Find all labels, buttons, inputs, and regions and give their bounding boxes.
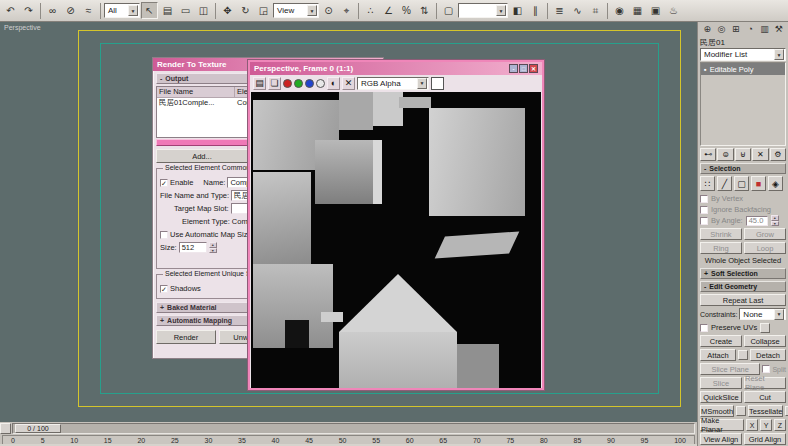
redo-icon[interactable]: ↷ xyxy=(20,2,37,19)
polygon-subobject-icon[interactable]: ■ xyxy=(751,176,766,191)
reset-plane-button[interactable]: Reset Plane xyxy=(744,377,786,389)
grow-button[interactable]: Grow xyxy=(744,228,786,240)
select-and-link-icon[interactable]: ∞ xyxy=(44,2,61,19)
cut-button[interactable]: Cut xyxy=(744,391,786,403)
dropdown-arrow-icon[interactable]: ▼ xyxy=(128,5,138,16)
constraints-dropdown[interactable]: None ▼ xyxy=(739,308,786,320)
dropdown-arrow-icon[interactable]: ▼ xyxy=(307,5,317,16)
align-icon[interactable]: ∥ xyxy=(527,2,544,19)
time-slider-handle[interactable]: 0 / 100 xyxy=(15,424,61,433)
add-element-button[interactable]: Add... xyxy=(156,149,248,163)
angle-spinner[interactable]: ▴▾ xyxy=(771,215,779,226)
ring-button[interactable]: Ring xyxy=(700,242,742,254)
auto-map-size-checkbox[interactable] xyxy=(160,231,168,239)
show-end-result-icon[interactable]: ⊜ xyxy=(717,148,733,161)
use-pivot-center-icon[interactable]: ⊙ xyxy=(320,2,337,19)
percent-snap-icon[interactable]: % xyxy=(398,2,415,19)
close-button[interactable]: ✕ xyxy=(529,64,538,73)
element-subobject-icon[interactable]: ◈ xyxy=(768,176,783,191)
spinner-snap-icon[interactable]: ⇅ xyxy=(416,2,433,19)
create-button[interactable]: Create xyxy=(700,335,742,347)
size-spinner[interactable]: ▴▾ xyxy=(209,242,217,253)
minimize-button[interactable]: - xyxy=(509,64,518,73)
quick-render-icon[interactable]: ♨ xyxy=(665,2,682,19)
msmooth-settings-button[interactable] xyxy=(736,406,746,416)
preserve-uvs-settings-button[interactable] xyxy=(760,323,770,333)
column-file-name[interactable]: File Name xyxy=(157,87,235,97)
timeline-splitter[interactable] xyxy=(0,423,11,434)
layer-manager-icon[interactable]: ≣ xyxy=(551,2,568,19)
green-channel-icon[interactable] xyxy=(294,79,303,88)
planar-y-button[interactable]: Y xyxy=(760,419,772,431)
blue-channel-icon[interactable] xyxy=(305,79,314,88)
utilities-tab-icon[interactable]: ⚒ xyxy=(772,23,786,36)
edge-subobject-icon[interactable]: ╱ xyxy=(717,176,732,191)
pin-stack-icon[interactable]: ⊷ xyxy=(700,148,716,161)
make-planar-button[interactable]: Make Planar xyxy=(700,419,744,431)
soft-selection-rollout[interactable]: + Soft Selection xyxy=(700,268,786,279)
hierarchy-tab-icon[interactable]: ⊞ xyxy=(729,23,743,36)
angle-snap-icon[interactable]: ∠ xyxy=(380,2,397,19)
window-crossing-icon[interactable]: ◫ xyxy=(195,2,212,19)
shrink-button[interactable]: Shrink xyxy=(700,228,742,240)
motion-tab-icon[interactable]: ◔ xyxy=(743,23,757,36)
tessellate-button[interactable]: Tessellate xyxy=(748,405,783,417)
configure-modifier-sets-icon[interactable]: ⚙ xyxy=(770,148,786,161)
select-and-manipulate-icon[interactable]: ⌖ xyxy=(338,2,355,19)
shadows-checkbox[interactable]: ✓ xyxy=(160,285,168,293)
undo-icon[interactable]: ↶ xyxy=(2,2,19,19)
by-angle-checkbox[interactable] xyxy=(700,217,708,225)
monochrome-icon[interactable]: ◐ xyxy=(327,77,340,90)
modifier-list-dropdown[interactable]: Modifier List ▼ xyxy=(700,48,786,61)
save-bitmap-icon[interactable]: ▤ xyxy=(253,77,266,90)
modify-tab-icon[interactable]: ◎ xyxy=(714,23,728,36)
dropdown-arrow-icon[interactable]: ▼ xyxy=(774,309,784,320)
selection-rollout[interactable]: - Selection xyxy=(700,163,786,174)
ignore-backfacing-checkbox[interactable] xyxy=(700,206,708,214)
remove-modifier-icon[interactable]: ✕ xyxy=(752,148,768,161)
dropdown-arrow-icon[interactable]: ▼ xyxy=(496,5,506,16)
quickslice-button[interactable]: QuickSlice xyxy=(700,391,742,403)
planar-z-button[interactable]: Z xyxy=(774,419,786,431)
alpha-channel-icon[interactable] xyxy=(316,79,325,88)
named-selection-sets-icon[interactable]: ▢ xyxy=(440,2,457,19)
clone-frame-icon[interactable]: ❏ xyxy=(268,77,281,90)
modifier-stack[interactable]: ▪ Editable Poly xyxy=(700,62,786,146)
snap-toggle-icon[interactable]: ∴ xyxy=(362,2,379,19)
select-by-name-icon[interactable]: ▤ xyxy=(159,2,176,19)
size-field[interactable]: 512 xyxy=(179,242,207,253)
selection-filter-dropdown[interactable]: All ▼ xyxy=(104,3,140,18)
view-align-button[interactable]: View Align xyxy=(700,433,742,445)
named-selection-dropdown[interactable]: ▼ xyxy=(458,3,508,18)
edit-geometry-rollout[interactable]: - Edit Geometry xyxy=(700,281,786,292)
grid-align-button[interactable]: Grid Align xyxy=(744,433,786,445)
create-tab-icon[interactable]: ⊕ xyxy=(700,23,714,36)
collapse-button[interactable]: Collapse xyxy=(744,335,786,347)
bind-to-spacewarp-icon[interactable]: ≈ xyxy=(80,2,97,19)
clear-frame-icon[interactable]: ✕ xyxy=(342,77,355,90)
render-type-icon[interactable]: ▣ xyxy=(647,2,664,19)
dropdown-arrow-icon[interactable]: ▼ xyxy=(774,49,784,60)
object-name-field[interactable]: 民居01 xyxy=(700,36,786,48)
planar-x-button[interactable]: X xyxy=(746,419,758,431)
select-and-scale-icon[interactable]: ◲ xyxy=(255,2,272,19)
unlink-selection-icon[interactable]: ⊘ xyxy=(62,2,79,19)
angle-field[interactable]: 45.0 xyxy=(746,216,768,226)
border-subobject-icon[interactable]: ▢ xyxy=(734,176,749,191)
channel-display-dropdown[interactable]: RGB Alpha ▼ xyxy=(357,77,429,90)
maximize-button[interactable]: □ xyxy=(519,64,528,73)
vertex-subobject-icon[interactable]: ∷ xyxy=(700,176,715,191)
slice-button[interactable]: Slice xyxy=(700,377,742,389)
color-swatch[interactable] xyxy=(431,77,444,90)
select-object-icon[interactable]: ↖ xyxy=(141,2,158,19)
curve-editor-icon[interactable]: ∿ xyxy=(569,2,586,19)
by-vertex-checkbox[interactable] xyxy=(700,195,708,203)
detach-button[interactable]: Detach xyxy=(750,349,786,361)
split-checkbox[interactable] xyxy=(762,365,770,373)
red-channel-icon[interactable] xyxy=(283,79,292,88)
render-button[interactable]: Render xyxy=(156,330,216,344)
make-unique-icon[interactable]: ⊎ xyxy=(735,148,751,161)
time-slider-track[interactable]: 0 / 100 xyxy=(12,423,695,434)
stack-item-editable-poly[interactable]: ▪ Editable Poly xyxy=(701,63,785,75)
repeat-last-button[interactable]: Repeat Last xyxy=(700,294,786,306)
